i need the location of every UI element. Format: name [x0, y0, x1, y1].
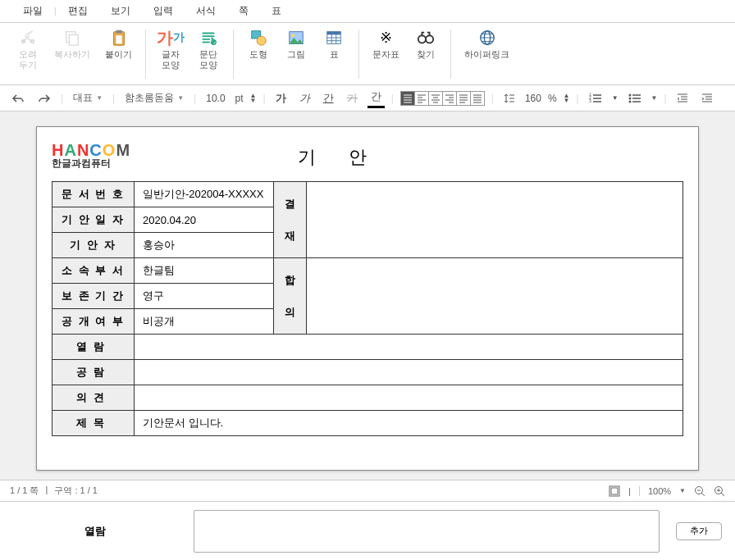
agreement-label: 합 의 — [274, 258, 307, 335]
drafter-value[interactable]: 홍승아 — [135, 233, 274, 258]
copy-button: 복사하기 — [51, 26, 94, 72]
align-center-button[interactable] — [429, 92, 442, 105]
char-shape-button[interactable]: 가가 글자 모양 — [156, 26, 185, 72]
svg-point-21 — [628, 100, 631, 102]
numbered-list-button[interactable]: 123 — [586, 91, 605, 106]
italic-button[interactable]: 가 — [296, 89, 313, 107]
para-shape-button[interactable]: 문단 모양 — [194, 26, 223, 72]
line-spacing-value: 160 — [525, 93, 541, 104]
paste-button[interactable]: 붙이기 — [102, 26, 135, 72]
zoom-in-button[interactable] — [714, 485, 725, 497]
menu-view[interactable]: 보기 — [99, 4, 142, 18]
ribbon-divider-3 — [358, 30, 359, 79]
shape-button[interactable]: 도형 — [244, 26, 273, 61]
opinion-cell[interactable] — [135, 385, 683, 411]
line-spacing-spinner[interactable]: ▲▼ — [564, 93, 570, 102]
table-row: 의견 — [52, 385, 683, 411]
bottom-panel: 열람 추가 — [0, 501, 735, 560]
paste-label: 붙이기 — [105, 49, 132, 60]
zoom-out-button[interactable] — [694, 485, 705, 497]
svg-point-13 — [426, 35, 433, 43]
menu-page[interactable]: 쪽 — [227, 4, 260, 18]
redo-button[interactable] — [34, 92, 54, 105]
share-cell[interactable] — [135, 360, 683, 385]
picture-label: 그림 — [287, 49, 305, 60]
font-unit-label: pt — [235, 93, 244, 104]
menu-table[interactable]: 표 — [260, 4, 293, 18]
table-icon — [324, 28, 344, 48]
menu-format[interactable]: 서식 — [185, 4, 227, 18]
agreement-cell[interactable] — [307, 258, 683, 335]
panel-textarea[interactable] — [194, 510, 660, 553]
align-right-button[interactable] — [443, 92, 456, 105]
svg-rect-3 — [116, 30, 121, 34]
char-shape-label: 글자 모양 — [162, 49, 180, 71]
subject-label: 제목 — [52, 411, 135, 436]
logo-text: HANCOM — [52, 142, 130, 158]
undo-button[interactable] — [8, 92, 28, 105]
zoom-dropdown[interactable]: ▼ — [679, 487, 686, 494]
table-label: 표 — [330, 49, 339, 60]
char-table-button[interactable]: ※ 문자표 — [369, 26, 403, 61]
circulation-cell[interactable] — [135, 335, 683, 360]
document-page[interactable]: HANCOM 한글과컴퓨터 기안 문 서 번 호 일반기안-202004-XXX… — [36, 126, 699, 471]
draft-date-value[interactable]: 2020.04.20 — [135, 207, 274, 233]
view-mode-icon[interactable] — [609, 485, 620, 497]
svg-point-9 — [292, 34, 295, 37]
hyperlink-button[interactable]: 하이퍼링크 — [461, 26, 513, 61]
line-spacing-button[interactable] — [500, 91, 518, 106]
copy-icon — [62, 28, 82, 48]
svg-text:3: 3 — [589, 98, 591, 103]
align-full-button[interactable] — [471, 92, 484, 105]
underline-button[interactable]: 간 — [320, 89, 337, 107]
menu-file[interactable]: 파일 — [11, 4, 54, 18]
approval-cell[interactable] — [307, 182, 683, 258]
bold-button[interactable]: 가 — [272, 89, 290, 107]
ribbon-divider-4 — [450, 30, 451, 79]
picture-button[interactable]: 그림 — [281, 26, 311, 61]
table-row: 공람 — [52, 360, 683, 385]
draft-date-label: 기 안 일 자 — [52, 207, 135, 233]
indent-button[interactable] — [698, 91, 716, 106]
document-title: 기안 — [298, 145, 399, 170]
char-table-icon: ※ — [377, 28, 396, 48]
find-label: 찾기 — [417, 49, 435, 60]
subject-value[interactable]: 기안문서 입니다. — [135, 411, 683, 436]
font-size-spinner[interactable]: ▲▼ — [250, 93, 257, 102]
logo-subtitle: 한글과컴퓨터 — [52, 158, 130, 168]
font-value: 함초롬돋움 — [125, 91, 174, 105]
ribbon-divider-2 — [233, 30, 234, 79]
table-button[interactable]: 표 — [319, 26, 349, 61]
menu-input[interactable]: 입력 — [142, 4, 185, 18]
align-justify-button[interactable] — [401, 92, 414, 105]
table-row: 열람 — [52, 335, 683, 360]
svg-rect-23 — [611, 488, 618, 494]
style-dropdown[interactable]: 대표▼ — [70, 91, 106, 105]
font-dropdown[interactable]: 함초롬돋움▼ — [121, 91, 187, 105]
outdent-button[interactable] — [673, 91, 692, 106]
binoculars-icon — [416, 28, 436, 48]
dept-value[interactable]: 한글팀 — [135, 258, 274, 284]
find-button[interactable]: 찾기 — [411, 26, 441, 61]
zoom-value[interactable]: 100% — [648, 486, 671, 496]
align-left-button[interactable] — [415, 92, 428, 105]
menu-edit[interactable]: 편집 — [57, 4, 99, 18]
font-size-field[interactable]: 10.0 — [203, 93, 228, 104]
bullet-list-button[interactable] — [625, 91, 645, 106]
retention-value[interactable]: 영구 — [135, 284, 274, 309]
panel-field-label: 열람 — [13, 524, 177, 539]
public-value[interactable]: 비공개 — [135, 309, 274, 335]
align-group — [400, 91, 485, 106]
para-shape-icon — [199, 28, 218, 48]
char-table-label: 문자표 — [372, 49, 399, 60]
char-color-button[interactable]: 간 — [368, 88, 385, 108]
doc-no-value[interactable]: 일반기안-202004-XXXXX — [135, 182, 274, 207]
document-canvas[interactable]: HANCOM 한글과컴퓨터 기안 문 서 번 호 일반기안-202004-XXX… — [0, 112, 735, 480]
align-distribute-button[interactable] — [457, 92, 470, 105]
para-shape-label: 문단 모양 — [199, 49, 217, 71]
strike-button[interactable]: 가 — [344, 89, 361, 107]
add-button[interactable]: 추가 — [676, 522, 722, 540]
svg-rect-11 — [327, 32, 341, 35]
page-info: 1 / 1 쪽 — [10, 485, 39, 497]
svg-point-12 — [418, 35, 426, 43]
